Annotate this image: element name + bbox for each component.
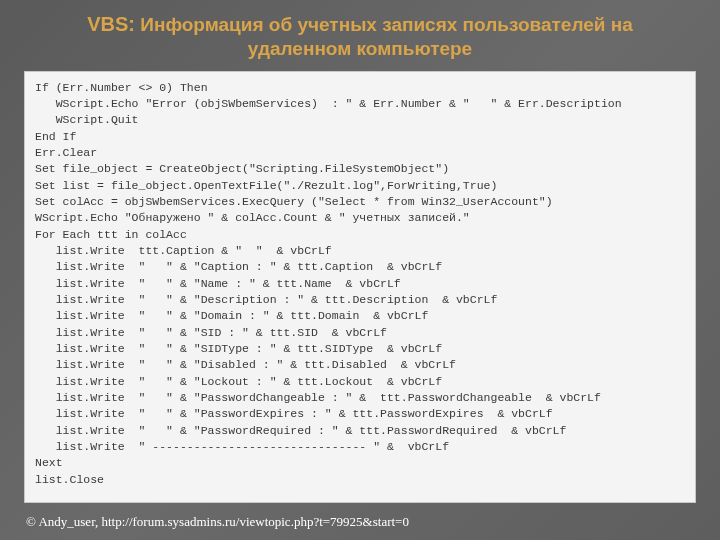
code-text: If (Err.Number <> 0) Then WScript.Echo "… xyxy=(35,80,685,488)
slide-container: VBS: Информация об учетных записях польз… xyxy=(0,0,720,540)
footer-credit: © Andy_user, http://forum.sysadmins.ru/v… xyxy=(26,514,409,530)
title-text: Информация об учетных записях пользовате… xyxy=(135,14,633,59)
title-keyword: VBS: xyxy=(87,13,135,35)
slide-title: VBS: Информация об учетных записях польз… xyxy=(24,12,696,61)
code-block: If (Err.Number <> 0) Then WScript.Echo "… xyxy=(24,71,696,503)
